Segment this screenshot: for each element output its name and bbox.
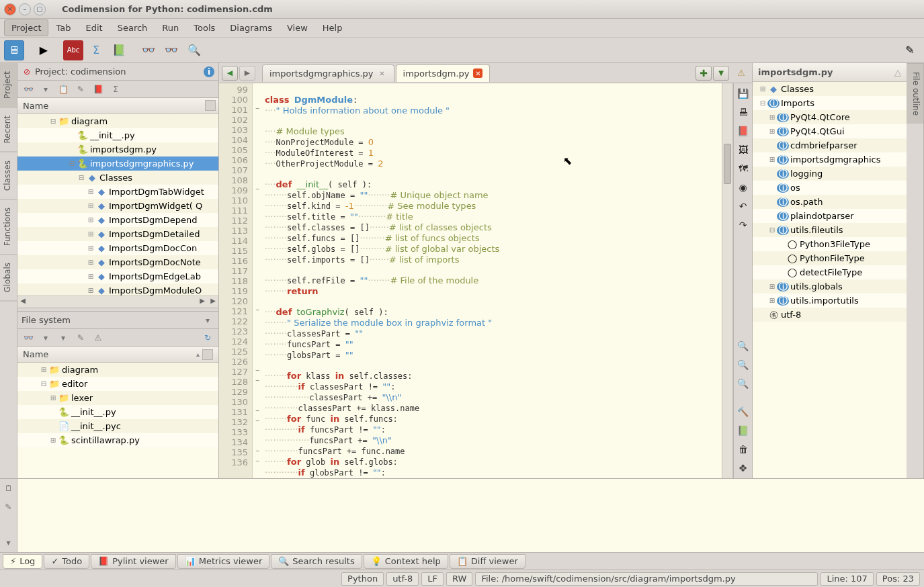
fs-copy-icon[interactable]: ▾: [56, 331, 70, 345]
menu-run[interactable]: Run: [155, 19, 186, 36]
menu-diagrams[interactable]: Diagrams: [222, 19, 280, 36]
log-content[interactable]: [17, 479, 924, 552]
menu-tab[interactable]: Tab: [48, 19, 78, 36]
tree-row[interactable]: ⊟ⓘutils.fileutils: [753, 223, 907, 237]
fs-warn-icon[interactable]: ⚠: [91, 331, 105, 345]
print-icon[interactable]: 🖶: [736, 105, 751, 120]
expand-icon[interactable]: ⊞: [767, 156, 777, 163]
tree-row[interactable]: ⊞ⓘimportsdgmgraphics: [753, 152, 907, 167]
fold-column[interactable]: −−−−−−−−−: [253, 83, 262, 478]
scroll-right-icon[interactable]: ▶: [197, 297, 208, 308]
fs-tree[interactable]: ⊞📁diagram⊟📁editor⊞📁lexer🐍__init__.py📄__i…: [17, 363, 218, 478]
expand-icon[interactable]: ⊞: [86, 202, 95, 210]
run-icon[interactable]: ▶: [34, 40, 54, 60]
zoom-out-icon[interactable]: 🔍: [736, 357, 751, 372]
project-hscroll[interactable]: ◀ ▶ ▶: [17, 296, 218, 308]
find-in-project-icon[interactable]: 👓: [22, 83, 35, 96]
nav-forward-button[interactable]: ▶: [239, 66, 255, 81]
tree-row[interactable]: ⊞ⓘPyQt4.QtCore: [753, 110, 907, 124]
book4-icon[interactable]: 📗: [736, 423, 751, 438]
move-icon[interactable]: ✥: [736, 461, 751, 476]
expand-icon[interactable]: ⊞: [48, 437, 58, 444]
sigma-icon[interactable]: Σ: [86, 40, 106, 60]
side-tab-recent[interactable]: Recent: [0, 107, 17, 152]
tree-row[interactable]: ⊞📁lexer: [17, 391, 218, 405]
book2-icon[interactable]: 📕: [91, 83, 105, 96]
edit-icon[interactable]: ✎: [74, 83, 87, 96]
hammer-icon[interactable]: 🔨: [736, 404, 751, 419]
tree-row[interactable]: ⓘplaindotparser: [753, 209, 907, 223]
tree-row[interactable]: ⊞ⓘutils.importutils: [753, 294, 907, 308]
fs-edit-icon[interactable]: ✎: [74, 331, 87, 345]
zoom-icon[interactable]: 🔍: [184, 40, 204, 60]
tree-row[interactable]: ⊞◆ImportsDgmEdgeLab: [17, 269, 218, 283]
tree-row[interactable]: ⊞ⓘPyQt4.QtGui: [753, 124, 907, 138]
undo-icon[interactable]: ↶: [736, 199, 751, 214]
bottom-tab-metrics-viewer[interactable]: 📊Metrics viewer: [177, 554, 270, 569]
tree-row[interactable]: ⓘcdmbriefparser: [753, 138, 907, 152]
log-edit-icon[interactable]: ✎: [2, 500, 15, 514]
menu-search[interactable]: Search: [110, 19, 155, 36]
redo-icon[interactable]: ↷: [736, 218, 751, 232]
expand-icon[interactable]: ⊞: [86, 188, 95, 195]
run2-icon[interactable]: ◉: [736, 180, 751, 195]
code-area[interactable]: class DgmModule: ····" Holds information…: [262, 83, 722, 478]
tree-row[interactable]: ⊞ⓘutils.globals: [753, 279, 907, 294]
expand-icon[interactable]: ⊞: [86, 287, 95, 294]
code-editor[interactable]: 9910010110210310410510610710810911011111…: [219, 83, 733, 478]
tab-close-icon[interactable]: ✕: [473, 69, 482, 78]
expand-icon[interactable]: ⊞: [86, 230, 95, 238]
log-clear-icon[interactable]: 🗒: [2, 482, 15, 495]
menu-view[interactable]: View: [280, 19, 315, 36]
file-tab-2[interactable]: importsdgm.py ✕: [396, 64, 491, 82]
side-tab-classes[interactable]: Classes: [0, 152, 17, 199]
graph-icon[interactable]: 🗺: [736, 161, 751, 176]
save-icon[interactable]: 💾: [736, 86, 751, 101]
outline-tree[interactable]: ⊞◆Classes⊟ⓘImports⊞ⓘPyQt4.QtCore⊞ⓘPyQt4.…: [753, 82, 907, 478]
vscroll-thumb[interactable]: [724, 144, 731, 184]
window-minimize-button[interactable]: –: [19, 3, 31, 15]
expand-icon[interactable]: ⊞: [86, 216, 95, 224]
fs-column-header[interactable]: Name ▴: [17, 347, 218, 363]
expand-icon[interactable]: ⊞: [86, 244, 95, 252]
tree-row[interactable]: ㊔utf-8: [753, 308, 907, 322]
window-maximize-button[interactable]: ▢: [34, 3, 46, 15]
side-tab-project[interactable]: Project: [0, 63, 17, 107]
expand-icon[interactable]: ⊞: [86, 259, 95, 266]
bottom-tab-context-help[interactable]: 💡Context help: [364, 554, 448, 569]
editor-vscrollbar[interactable]: [722, 83, 732, 478]
outline-sort-icon[interactable]: △: [894, 67, 901, 77]
file-tab-1[interactable]: importsdgmgraphics.py ✕: [262, 64, 394, 82]
tree-row[interactable]: ⊞◆ImportDgmTabWidget: [17, 185, 218, 199]
tree-row[interactable]: ⊟📁diagram: [17, 114, 218, 128]
tree-row[interactable]: ⊟ⓘImports: [753, 96, 907, 110]
tree-row[interactable]: ⊞◆ImportsDgmModuleO: [17, 283, 218, 296]
tree-row[interactable]: 🐍__init__.py: [17, 405, 218, 419]
expand-icon[interactable]: ⊞: [758, 85, 767, 93]
bottom-tab-diff-viewer[interactable]: 📋Diff viewer: [450, 554, 526, 569]
fs-find-icon[interactable]: 👓: [22, 331, 35, 345]
tree-row[interactable]: ⊞◆ImportsDgmDocNote: [17, 255, 218, 269]
zoom-reset-icon[interactable]: 🔍: [736, 376, 751, 391]
expand-icon[interactable]: ⊞: [767, 283, 777, 290]
tree-row[interactable]: 🐍importsdgm.py: [17, 142, 218, 156]
expand-icon[interactable]: ⊟: [767, 226, 777, 234]
bottom-tab-pylint-viewer[interactable]: 📕Pylint viewer: [91, 554, 176, 569]
menu-edit[interactable]: Edit: [79, 19, 110, 36]
fs-collapse-icon[interactable]: ▾: [39, 331, 52, 345]
collapse-icon[interactable]: ▾: [39, 83, 52, 96]
expand-icon[interactable]: ⊞: [767, 114, 777, 121]
tree-row[interactable]: ⊞◆ImportsDgmDepend: [17, 213, 218, 227]
copy-icon[interactable]: 📋: [56, 83, 70, 96]
trash-icon[interactable]: 🗑: [736, 442, 751, 457]
expand-icon[interactable]: ⊟: [77, 174, 86, 181]
tree-row[interactable]: ◯Python3FileType: [753, 237, 907, 251]
expand-icon[interactable]: ⊞: [767, 128, 777, 135]
tree-row[interactable]: ⊟🐍importsdgmgraphics.py: [17, 156, 218, 171]
project-tree[interactable]: ⊟📁diagram🐍__init__.py🐍importsdgm.py⊟🐍imp…: [17, 114, 218, 296]
fs-dropdown-icon[interactable]: ▾: [201, 314, 214, 327]
tree-row[interactable]: ⊟◆Classes: [17, 171, 218, 185]
expand-icon[interactable]: ⊟: [758, 99, 767, 107]
expand-icon[interactable]: ⊟: [39, 380, 48, 388]
menu-tools[interactable]: Tools: [186, 19, 222, 36]
